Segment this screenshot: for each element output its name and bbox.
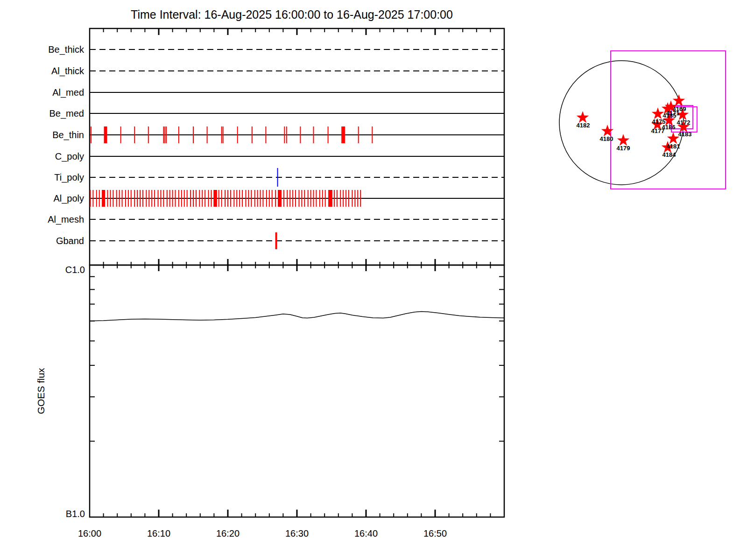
goes-flux-panel <box>90 265 504 517</box>
observation-timeline-figure: 4182418041794175417741694171418541724186… <box>0 0 747 560</box>
row-label-al-poly: Al_poly <box>53 193 84 204</box>
goes-ymin-label: B1.0 <box>66 509 85 519</box>
row-label-be-thick: Be_thick <box>48 44 85 55</box>
ar-label-4182: 4182 <box>577 122 590 129</box>
goes-axis-title: GOES flux <box>35 368 46 414</box>
ar-label-4184: 4184 <box>662 151 677 158</box>
row-label-al-thick: Al_thick <box>51 66 85 77</box>
xtick-1610: 16:10 <box>147 528 170 539</box>
ar-star-4181 <box>667 132 680 144</box>
xtick-1600: 16:00 <box>78 528 101 539</box>
row-label-be-med: Be_med <box>49 108 85 119</box>
ar-label-4183: 4183 <box>678 131 692 138</box>
xtick-1640: 16:40 <box>354 528 378 539</box>
ar-label-4179: 4179 <box>617 145 630 152</box>
ar-star-4175 <box>652 107 664 119</box>
goes-flux-curve <box>90 312 504 321</box>
ar-label-4181: 4181 <box>667 143 680 150</box>
row-label-al-mesh: Al_mesh <box>48 214 84 225</box>
ar-star-4179 <box>617 134 630 146</box>
xtick-1630: 16:30 <box>285 528 309 539</box>
plot-canvas: 4182418041794175417741694171418541724186… <box>0 0 747 560</box>
sun-map: 4182418041794175417741694171418541724186… <box>559 51 726 189</box>
ar-label-4172: 4172 <box>677 119 691 126</box>
xtick-1620: 16:20 <box>216 528 240 539</box>
ar-label-4180: 4180 <box>600 135 613 142</box>
row-label-c-poly: C_poly <box>55 151 84 162</box>
goes-panel-border <box>90 265 504 517</box>
row-label-gband: Gband <box>56 236 84 246</box>
row-label-al-med: Al_med <box>52 87 84 98</box>
filter-timeline-panel <box>90 28 504 271</box>
row-label-be-thin: Be_thin <box>52 130 84 140</box>
row-label-ti-poly: Ti_poly <box>54 172 84 183</box>
timeline-panel-border <box>90 28 504 265</box>
ar-star-4182 <box>577 111 589 123</box>
goes-ymax-label: C1.0 <box>65 265 85 275</box>
ar-star-4180 <box>601 125 614 136</box>
ar-star-4169 <box>673 94 685 106</box>
ar-label-4185: 4185 <box>663 112 677 119</box>
ar-label-4186: 4186 <box>662 124 676 131</box>
xtick-1650: 16:50 <box>423 528 447 539</box>
figure-title: Time Interval: 16-Aug-2025 16:00:00 to 1… <box>131 8 453 21</box>
